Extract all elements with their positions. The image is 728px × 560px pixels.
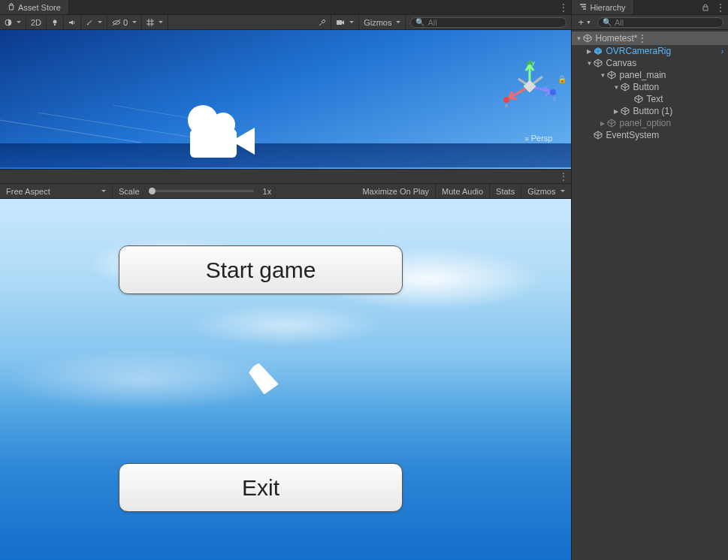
start-game-label: Start game xyxy=(206,257,316,283)
scene-name: Hometest* xyxy=(595,33,637,44)
tree-label: panel_option xyxy=(619,118,671,128)
expand-arrow-icon[interactable]: ▶ xyxy=(585,48,593,55)
prefab-open-icon[interactable]: › xyxy=(721,47,723,56)
scene-view[interactable]: x y z ≡ Persp 🔒 xyxy=(0,30,571,169)
svg-rect-2 xyxy=(54,24,56,26)
expand-arrow-icon[interactable]: ▶ xyxy=(599,120,606,127)
hierarchy-tab-label: Hierarchy xyxy=(590,3,625,12)
hierarchy-search-input[interactable] xyxy=(615,18,718,27)
shading-mode-dropdown[interactable] xyxy=(0,15,26,29)
hierarchy-tree: ▼ Hometest* ⋮ ▶ OVRCameraRig › ▼ xyxy=(572,30,728,560)
game-tabstrip: ⋮ xyxy=(0,169,571,184)
hierarchy-icon xyxy=(579,3,587,12)
stats-toggle[interactable]: Stats xyxy=(490,184,521,198)
expand-arrow-icon[interactable]: ▼ xyxy=(612,84,620,91)
exit-button[interactable]: Exit xyxy=(119,463,403,512)
tree-row-button-1[interactable]: ▶ Button (1) xyxy=(572,105,728,117)
tree-row-eventsystem[interactable]: ▶ EventSystem xyxy=(572,129,728,141)
expand-arrow-icon[interactable]: ▶ xyxy=(612,108,620,115)
lighting-toggle[interactable] xyxy=(47,15,64,29)
search-icon: 🔍 xyxy=(415,18,424,26)
exit-label: Exit xyxy=(242,475,279,501)
hierarchy-panel-menu-icon[interactable]: ⋮ xyxy=(713,0,728,15)
hidden-count: 0 xyxy=(123,18,128,27)
game-gizmos-dropdown[interactable]: Gizmos xyxy=(521,184,571,198)
projection-label[interactable]: ≡ Persp xyxy=(524,134,552,143)
asset-store-tab[interactable]: Asset Store xyxy=(0,0,69,14)
scene-search-input[interactable] xyxy=(427,18,561,27)
axis-x-label: x xyxy=(505,102,508,109)
maximize-on-play-toggle[interactable]: Maximize On Play xyxy=(356,184,436,198)
tree-label: EventSystem xyxy=(606,130,659,140)
tree-label: Text xyxy=(646,94,663,104)
svg-point-14 xyxy=(550,89,556,95)
gameobject-icon xyxy=(593,58,603,68)
start-game-button[interactable]: Start game xyxy=(119,245,403,294)
mute-label: Mute Audio xyxy=(442,187,483,196)
tree-row-text[interactable]: ▶ Text xyxy=(572,93,728,105)
plus-icon: + xyxy=(578,17,584,28)
audio-toggle[interactable] xyxy=(64,15,81,29)
camera-icon-button[interactable] xyxy=(331,15,359,29)
slider-thumb-icon[interactable] xyxy=(149,188,156,194)
svg-rect-12 xyxy=(190,129,237,158)
search-icon: 🔍 xyxy=(603,18,612,26)
gameobject-icon xyxy=(620,82,630,92)
prefab-icon xyxy=(593,46,603,56)
axis-z-label: z xyxy=(553,95,556,102)
tree-row-button[interactable]: ▼ Button xyxy=(572,81,728,93)
panel-menu-icon[interactable]: ⋮ xyxy=(556,0,571,15)
grid-toggle[interactable] xyxy=(142,15,168,29)
tree-label: Button xyxy=(633,82,659,92)
tree-label: OVRCameraRig xyxy=(606,46,671,56)
tree-row-panel-main[interactable]: ▼ panel_main xyxy=(572,69,728,81)
tools-icon[interactable] xyxy=(314,15,331,29)
gameobject-icon xyxy=(606,70,617,80)
gizmos-label: Gizmos xyxy=(364,18,391,27)
tree-row-panel-option[interactable]: ▶ panel_option xyxy=(572,117,728,129)
scale-control[interactable]: Scale 1x xyxy=(113,184,277,198)
scale-label: Scale xyxy=(119,187,140,196)
scale-slider[interactable] xyxy=(149,190,254,192)
2d-toggle[interactable]: 2D xyxy=(26,15,47,29)
scene-menu-icon[interactable]: ⋮ xyxy=(638,33,648,44)
scene-tabstrip: Asset Store ⋮ xyxy=(0,0,571,15)
svg-point-1 xyxy=(53,20,57,23)
expand-arrow-icon[interactable]: ▼ xyxy=(575,35,582,42)
hierarchy-tabstrip: Hierarchy ⋮ xyxy=(572,0,728,15)
tree-row-ovrcamerarig[interactable]: ▶ OVRCameraRig › xyxy=(572,45,728,57)
mute-audio-toggle[interactable]: Mute Audio xyxy=(436,184,490,198)
stats-label: Stats xyxy=(496,187,515,196)
gizmos-dropdown[interactable]: Gizmos xyxy=(359,15,406,29)
lock-panel-icon[interactable] xyxy=(698,0,713,15)
dropdown-arrow-icon: ▼ xyxy=(586,20,591,25)
game-panel-menu-icon[interactable]: ⋮ xyxy=(556,169,571,184)
gameobject-icon xyxy=(593,130,603,140)
aspect-dropdown[interactable]: Free Aspect xyxy=(0,184,113,198)
aspect-label: Free Aspect xyxy=(6,187,50,196)
gameobject-icon xyxy=(620,106,630,116)
scale-value: 1x xyxy=(263,187,272,196)
asset-store-label: Asset Store xyxy=(18,3,61,12)
hierarchy-search[interactable]: 🔍 xyxy=(597,17,723,28)
game-toolbar: Free Aspect Scale 1x Maximize On Play Mu… xyxy=(0,184,571,199)
expand-arrow-icon[interactable]: ▼ xyxy=(599,72,606,79)
hidden-objects-toggle[interactable]: 0 xyxy=(107,15,142,29)
game-view[interactable]: Start game Exit xyxy=(0,199,571,560)
scene-row[interactable]: ▼ Hometest* ⋮ xyxy=(572,32,728,45)
axis-y-label: y xyxy=(532,60,535,66)
expand-arrow-icon[interactable]: ▼ xyxy=(585,60,593,67)
maximize-label: Maximize On Play xyxy=(362,187,429,196)
tree-row-canvas[interactable]: ▼ Canvas xyxy=(572,57,728,69)
gameobject-icon xyxy=(606,118,617,128)
hierarchy-toolbar: + ▼ 🔍 xyxy=(572,15,728,30)
hierarchy-tab[interactable]: Hierarchy xyxy=(572,0,633,14)
fx-toggle[interactable] xyxy=(81,15,107,29)
scene-search[interactable]: 🔍 xyxy=(410,17,566,28)
2d-label: 2D xyxy=(31,18,41,27)
lock-icon[interactable]: 🔒 xyxy=(557,75,566,83)
svg-rect-4 xyxy=(337,20,342,25)
create-dropdown[interactable]: + ▼ xyxy=(575,17,594,28)
orientation-gizmo[interactable]: x y z xyxy=(503,60,556,113)
scene-horizon xyxy=(0,143,571,167)
